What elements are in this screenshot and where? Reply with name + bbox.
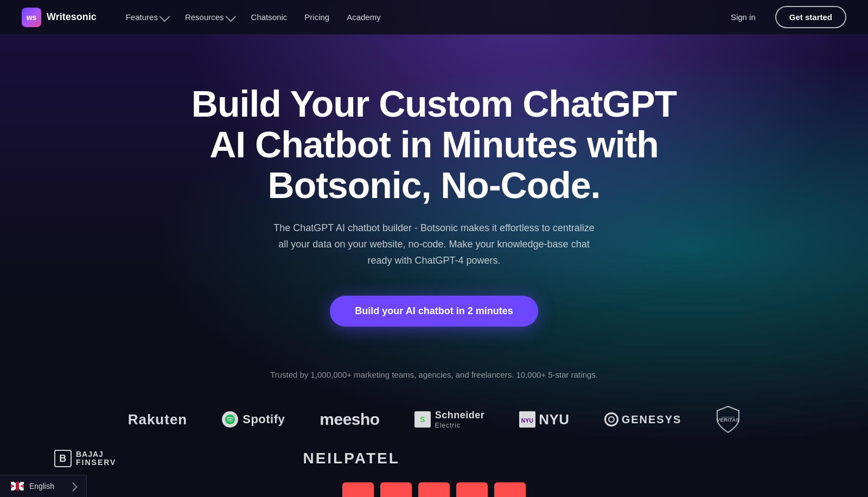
logo-rakuten: Rakuten (128, 411, 188, 428)
nav-link-academy[interactable]: Academy (339, 8, 388, 26)
chevron-down-icon (225, 11, 236, 22)
logo-genesys: GENESYS (604, 412, 682, 426)
nav-academy-label: Academy (347, 12, 381, 22)
logo-neilpatel: NEILPATEL (303, 450, 399, 467)
nav-link-features[interactable]: Features (118, 8, 175, 26)
nyu-label: NYU (539, 411, 569, 428)
svg-rect-6 (11, 482, 24, 490)
nav-logo[interactable]: ws Writesonic (22, 8, 97, 27)
nav-right: Sign in Get started (720, 6, 846, 28)
schneider-text: Schneider Electric (435, 410, 485, 429)
uk-flag-svg (11, 482, 24, 490)
logo-text: Writesonic (47, 11, 97, 23)
nav-resources-label: Resources (185, 12, 224, 22)
g2-badge: G2 (418, 482, 450, 497)
get-started-button[interactable]: Get started (775, 6, 846, 28)
schneider-icon: S (414, 411, 431, 428)
g2-badges-row: G2 G2 G2 G2 G2 (22, 478, 846, 497)
nyu-icon: NYU (519, 411, 535, 428)
trust-text: Trusted by 1,000,000+ marketing teams, a… (22, 370, 846, 379)
nav-features-label: Features (126, 12, 158, 22)
rakuten-label: Rakuten (128, 411, 188, 428)
neilpatel-label: NEILPATEL (303, 450, 399, 467)
hero-title: Build Your Custom ChatGPT AI Chatbot in … (190, 84, 678, 205)
logo-meesho: meesho (320, 410, 379, 429)
svg-text:NYU: NYU (521, 418, 534, 424)
hero-cta-button[interactable]: Build your AI chatbot in 2 minutes (330, 296, 538, 327)
genesys-label: GENESYS (622, 413, 682, 426)
chevron-down-icon (159, 11, 170, 22)
trust-section: Trusted by 1,000,000+ marketing teams, a… (0, 359, 868, 497)
svg-text:VERITAS: VERITAS (717, 417, 739, 423)
bajaj-text: BAJAJ FINSERV (76, 450, 116, 467)
bajaj-icon: B (54, 450, 72, 467)
logo-nyu: NYU NYU (519, 411, 569, 428)
meesho-label: meesho (320, 410, 379, 429)
g2-badge: G2 (380, 482, 412, 497)
nav-link-pricing[interactable]: Pricing (297, 8, 337, 26)
g2-badge: G2 (456, 482, 488, 497)
language-label: English (29, 482, 54, 490)
spotify-label: Spotify (242, 412, 285, 426)
shield-icon: VERITAS (716, 405, 740, 434)
g2-badge: G2 (494, 482, 526, 497)
spotify-icon (222, 411, 238, 428)
logos-row-1: Rakuten Spotify meesho S Schneider Elect… (22, 405, 846, 434)
svg-text:S: S (420, 415, 425, 424)
logo-icon: ws (22, 8, 41, 27)
nav-links: Features Resources Chatsonic Pricing Aca… (118, 8, 720, 26)
logo-spotify: Spotify (222, 411, 285, 428)
genesys-icon (604, 412, 618, 426)
language-switcher[interactable]: English (0, 475, 87, 497)
chevron-right-icon (68, 482, 78, 492)
hero-subtitle: The ChatGPT AI chatbot builder - Botsoni… (271, 220, 597, 269)
nav-link-resources[interactable]: Resources (177, 8, 241, 26)
nav-pricing-label: Pricing (304, 12, 329, 22)
nav-link-chatsonic[interactable]: Chatsonic (244, 8, 295, 26)
hero-section: Build Your Custom ChatGPT AI Chatbot in … (0, 35, 868, 359)
logo-shield: VERITAS (716, 405, 740, 434)
logo-bajaj: B BAJAJ FINSERV (54, 450, 116, 467)
g2-badge: G2 (342, 482, 374, 497)
navbar: ws Writesonic Features Resources Chatson… (0, 0, 868, 35)
nav-chatsonic-label: Chatsonic (251, 12, 288, 22)
flag-icon (11, 482, 24, 490)
logo-schneider: S Schneider Electric (414, 410, 485, 429)
signin-button[interactable]: Sign in (720, 8, 767, 26)
logos-row-2: B BAJAJ FINSERV NEILPATEL (22, 450, 846, 467)
